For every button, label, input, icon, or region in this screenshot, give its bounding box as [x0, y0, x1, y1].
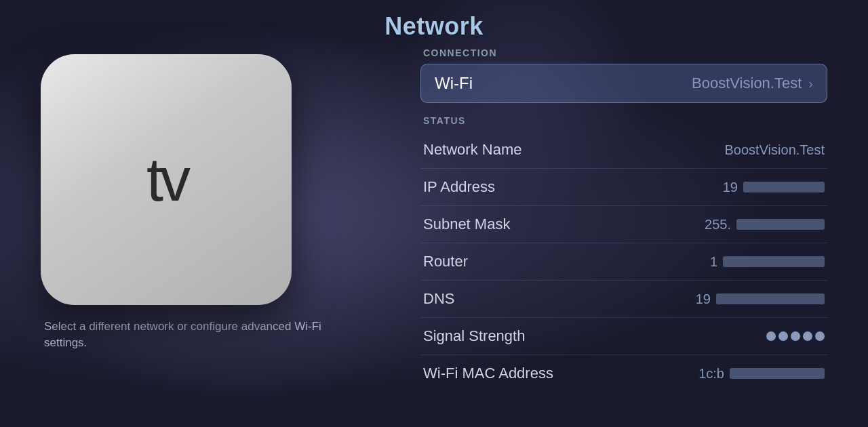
- wifi-mac-value: 1c:b: [698, 366, 825, 382]
- network-name-row: Network Name BoostVision.Test: [420, 131, 827, 169]
- ip-address-value: 19: [723, 180, 825, 195]
- subnet-mask-row: Subnet Mask 255.: [420, 206, 827, 243]
- description-text: Select a different network or configure …: [41, 319, 346, 351]
- connection-type-label: Wi-Fi: [435, 74, 473, 93]
- router-redacted: [723, 256, 825, 267]
- main-content: tv Select a different network or configu…: [0, 41, 868, 427]
- page-container: Network tv Select a different network or…: [0, 0, 868, 427]
- router-label: Router: [423, 253, 468, 270]
- signal-dot-5: [815, 331, 825, 341]
- ip-address-row: IP Address 19: [420, 169, 827, 206]
- wifi-mac-label: Wi-Fi MAC Address: [423, 365, 553, 382]
- subnet-mask-value: 255.: [705, 217, 825, 232]
- dns-redacted: [716, 293, 825, 304]
- left-panel: tv Select a different network or configu…: [41, 47, 380, 351]
- signal-dot-3: [791, 331, 800, 341]
- signal-strength-row: Signal Strength: [420, 318, 827, 355]
- signal-dots: [766, 331, 825, 341]
- connection-network-value: BoostVision.Test ›: [692, 75, 813, 92]
- chevron-right-icon: ›: [808, 76, 813, 92]
- ip-address-redacted: [743, 182, 825, 192]
- tv-text: tv: [146, 149, 187, 210]
- status-section: Network Name BoostVision.Test IP Address…: [420, 131, 827, 392]
- router-row: Router 1: [420, 243, 827, 281]
- apple-tv-device: tv: [41, 54, 292, 305]
- network-name-label: Network Name: [423, 141, 521, 159]
- signal-strength-value: [766, 331, 825, 341]
- subnet-mask-label: Subnet Mask: [423, 216, 510, 233]
- signal-dot-2: [778, 331, 788, 341]
- page-title: Network: [0, 0, 868, 41]
- signal-dot-1: [766, 331, 776, 341]
- subnet-mask-redacted: [736, 219, 825, 230]
- connection-section-label: CONNECTION: [420, 47, 827, 58]
- signal-dot-4: [803, 331, 812, 341]
- right-panel: CONNECTION Wi-Fi BoostVision.Test › STAT…: [420, 47, 827, 392]
- connection-network-name: BoostVision.Test: [692, 75, 802, 92]
- dns-value: 19: [696, 291, 825, 307]
- ip-address-label: IP Address: [423, 178, 495, 196]
- dns-row: DNS 19: [420, 281, 827, 318]
- router-value: 1: [710, 254, 825, 270]
- wifi-mac-row: Wi-Fi MAC Address 1c:b: [420, 355, 827, 392]
- apple-tv-logo: tv: [145, 149, 187, 210]
- status-section-label: STATUS: [420, 115, 827, 126]
- dns-label: DNS: [423, 290, 454, 308]
- network-name-value: BoostVision.Test: [725, 142, 825, 158]
- signal-strength-label: Signal Strength: [423, 327, 525, 345]
- wifi-mac-redacted: [730, 368, 825, 379]
- wifi-connection-row[interactable]: Wi-Fi BoostVision.Test ›: [420, 64, 827, 103]
